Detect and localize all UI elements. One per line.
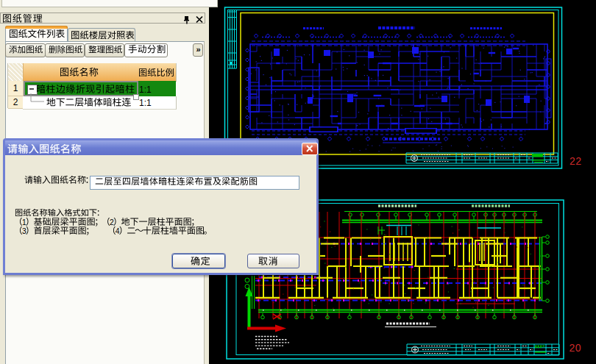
svg-text:2: 2 — [110, 218, 114, 226]
svg-text:4: 4 — [115, 227, 119, 235]
svg-text:3: 3 — [22, 227, 26, 235]
svg-text:1: 1 — [22, 218, 26, 226]
